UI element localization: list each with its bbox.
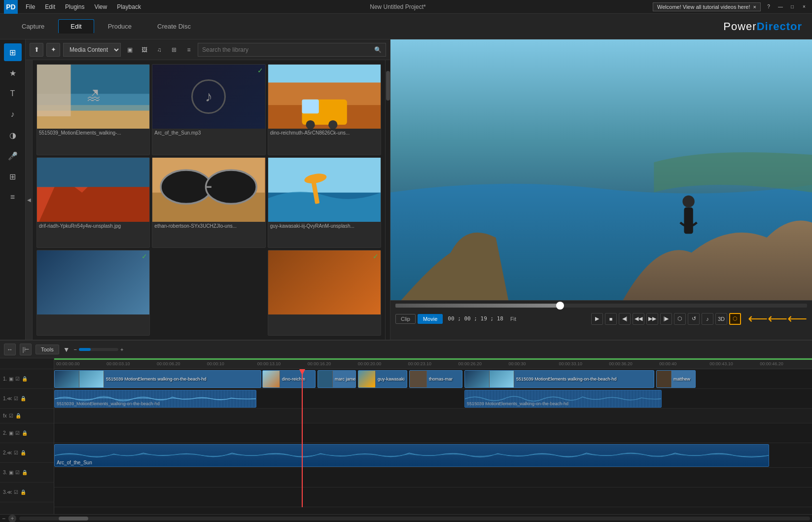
external-window-button[interactable]: ⬡	[729, 313, 741, 325]
track-check[interactable]: ☑	[15, 430, 20, 436]
sidebar-icon-color[interactable]: ◑	[4, 126, 22, 144]
snapshot-button[interactable]: ⬡	[674, 313, 686, 325]
timeline-clip[interactable]: dino-reichm	[262, 370, 316, 388]
track-check[interactable]: ☑	[15, 470, 20, 475]
tab-capture[interactable]: Capture	[10, 19, 56, 34]
next-frame-button[interactable]: |▶	[660, 313, 672, 325]
3d-button[interactable]: 3D	[715, 313, 727, 325]
timeline-content: 1. ▣ ☑ 🔒 1.≪ ☑ 🔒 fx ☑ 🔒	[0, 358, 812, 514]
panel-collapse-button[interactable]: ◀	[26, 60, 33, 340]
minimize-button[interactable]: —	[777, 3, 784, 11]
menu-edit[interactable]: Edit	[43, 2, 57, 11]
search-input[interactable]	[202, 46, 372, 53]
menu-view[interactable]: View	[92, 2, 109, 11]
zoom-in-icon[interactable]: +	[120, 347, 123, 352]
track-lock-icon[interactable]: 🔒	[20, 450, 26, 455]
media-item[interactable]: ✓	[36, 250, 150, 336]
track-lock-icon[interactable]: 🔒	[20, 489, 26, 495]
sidebar-icon-layers[interactable]: ≡	[4, 188, 22, 206]
track-check[interactable]: ☑	[14, 450, 18, 455]
timeline-snap-button[interactable]: |⊢	[20, 344, 32, 355]
preview-timeline-bar[interactable]	[395, 304, 807, 308]
zoom-out-icon[interactable]: −	[74, 347, 77, 352]
track-check[interactable]: ☑	[14, 489, 18, 495]
track-check[interactable]: ☑	[15, 376, 20, 382]
play-button[interactable]: ▶	[591, 313, 603, 325]
scroll-add-button[interactable]: +	[8, 515, 16, 522]
scroll-track[interactable]	[19, 517, 810, 521]
media-item[interactable]: ✓ ♪ Arc_of_the_Sun.mp3	[152, 64, 265, 155]
track-lock-icon[interactable]: 🔒	[15, 413, 21, 418]
track-lock-icon[interactable]: 🔒	[20, 396, 26, 401]
timeline-clip[interactable]: 5515039 MotionElements walking-on-the-be…	[464, 370, 654, 388]
media-item[interactable]: ✓ 🏖 5515039_MotionElement	[36, 64, 150, 155]
plugin-button[interactable]: ✦	[46, 43, 60, 57]
scroll-left-button[interactable]: −	[2, 515, 5, 522]
sidebar-icon-mic[interactable]: 🎤	[4, 147, 22, 165]
track-lock-icon[interactable]: 🔒	[22, 470, 28, 475]
media-item[interactable]: ethan-robertson-SYx3UCHZJIo-uns...	[152, 157, 265, 248]
tab-edit[interactable]: Edit	[58, 19, 94, 34]
tools-dropdown-icon[interactable]: ▼	[63, 346, 70, 353]
svg-point-19	[206, 170, 257, 204]
tab-create-disc[interactable]: Create Disc	[145, 19, 203, 34]
view-grid-icon[interactable]: ⊞	[168, 44, 180, 56]
media-item[interactable]: ✓	[268, 250, 381, 336]
scroll-thumb[interactable]	[59, 517, 88, 521]
track-check[interactable]: ☑	[9, 413, 13, 418]
help-button[interactable]: ?	[765, 3, 773, 11]
scroll-thumb[interactable]	[386, 71, 390, 101]
menu-plugins[interactable]: Plugins	[63, 2, 86, 11]
timeline-clip[interactable]: 5515039 MotionElements walking-on-the-be…	[54, 370, 261, 388]
sidebar-icon-text[interactable]: T	[4, 85, 22, 103]
sidebar-icon-grid[interactable]: ⊞	[4, 168, 22, 185]
timeline-tracks[interactable]: 00:00:00.00 00:00:03.10 00:00:06.20 00:0…	[54, 358, 812, 514]
fast-forward-button[interactable]: ▶▶	[646, 313, 658, 325]
menu-file[interactable]: File	[24, 2, 37, 11]
media-item[interactable]: ✓ guy-kawasaki-iij-QvyRAnM-unsplash...	[268, 157, 381, 248]
prev-frame-button[interactable]: ◀|	[619, 313, 631, 325]
tab-produce[interactable]: Produce	[96, 19, 143, 34]
sidebar-icon-audio[interactable]: ♪	[4, 105, 22, 123]
check-badge: ✓	[373, 252, 379, 260]
timeline-clip[interactable]: thomas-mar	[409, 370, 462, 388]
menu-playback[interactable]: Playback	[115, 2, 143, 11]
stop-button[interactable]: ■	[605, 313, 617, 325]
search-box[interactable]: 🔍	[198, 43, 386, 57]
loop-button[interactable]: ↺	[688, 313, 700, 325]
sidebar-icon-expand[interactable]: ⊞	[4, 43, 22, 61]
timeline-clip[interactable]: matthew	[656, 370, 696, 388]
timecode-display: 00 ; 00 ; 19 ; 18	[448, 315, 503, 322]
main-layout: Capture Edit Produce Create Disc PowerDi…	[0, 14, 812, 522]
maximize-button[interactable]: □	[788, 3, 796, 11]
timeline-audio-clip[interactable]: 5515039_MotionElements_walking-on-the-be…	[54, 390, 256, 408]
media-item[interactable]: drif-riadh-YpkuRn54y4w-unsplash.jpg	[36, 157, 150, 248]
tutorial-banner[interactable]: Welcome! View all tutorial videos here! …	[653, 2, 761, 11]
track-lock-icon[interactable]: 🔒	[22, 430, 28, 436]
close-button[interactable]: ×	[800, 3, 808, 11]
tutorial-close-icon[interactable]: ×	[753, 4, 756, 10]
movie-button[interactable]: Movie	[418, 314, 443, 324]
timeline-expand-button[interactable]: ↔	[4, 344, 16, 355]
audio-button[interactable]: ♪	[702, 313, 713, 325]
view-list-icon[interactable]: ≡	[183, 44, 195, 56]
import-button[interactable]: ⬆	[30, 43, 43, 57]
bottom-scrollbar[interactable]: − +	[0, 514, 812, 522]
timeline-music-clip[interactable]: Arc_of_the_Sun	[54, 444, 769, 467]
media-type-dropdown[interactable]: Media Content	[63, 43, 121, 57]
rewind-button[interactable]: ◀◀	[633, 313, 644, 325]
track-lock-icon[interactable]: 🔒	[22, 376, 28, 382]
timeline-audio-clip[interactable]: 5515039 MotionElements_walking-on-the-be…	[464, 390, 662, 408]
view-photo-icon[interactable]: 🖼	[139, 44, 150, 56]
media-scrollbar[interactable]	[385, 60, 390, 340]
view-audio-icon[interactable]: ♫	[153, 44, 165, 56]
clip-button[interactable]: Clip	[395, 314, 416, 324]
view-video-icon[interactable]: ▣	[124, 44, 136, 56]
sidebar-icon-effects[interactable]: ★	[4, 64, 22, 82]
media-item[interactable]: ✓ di	[268, 64, 381, 155]
timeline-clip[interactable]: guy-kawasaki	[358, 370, 407, 388]
track-check[interactable]: ☑	[14, 396, 18, 401]
zoom-slider[interactable]	[79, 348, 118, 351]
timeline-clip[interactable]: marc james	[318, 370, 356, 388]
tools-button[interactable]: Tools	[35, 345, 59, 354]
